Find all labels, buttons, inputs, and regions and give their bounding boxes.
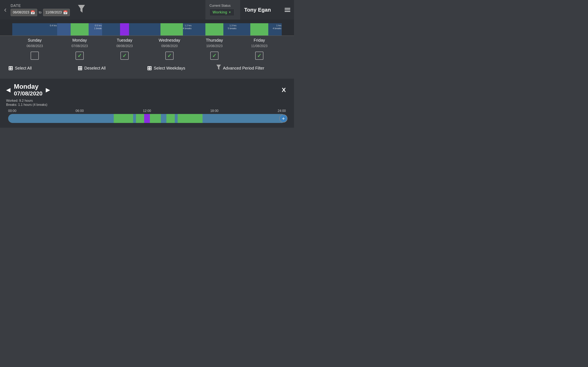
chart-label-4: 1.3 hrs 5 breaks xyxy=(228,24,236,30)
detail-header: ◀ Monday 07/08/2020 ▶ X xyxy=(4,79,290,99)
timeline-segment-10 xyxy=(203,114,286,123)
chart-day-0: 0.4 hrs xyxy=(12,23,57,35)
timeline-label-4: 24:00 xyxy=(278,109,286,113)
select-all-icon: ⊞ xyxy=(8,65,13,72)
timeline-segment-1 xyxy=(114,114,133,123)
detail-nav: ◀ Monday 07/08/2020 ▶ xyxy=(6,83,50,97)
chart-day-2 xyxy=(102,23,147,35)
timeline-segment-9 xyxy=(178,114,203,123)
day-checkbox-5[interactable]: ✓ xyxy=(255,52,263,60)
day-name-4: Thursday xyxy=(206,38,223,43)
to-date-input[interactable]: 11/08/2023 📅 xyxy=(43,9,70,16)
day-col-1: Monday07/08/2023✓ xyxy=(57,38,102,60)
advanced-filter-label: Advanced Period Filter xyxy=(223,66,264,71)
day-name-3: Wednesday xyxy=(159,38,180,43)
day-checkbox-1[interactable]: ✓ xyxy=(76,52,84,60)
next-day-button[interactable]: ▶ xyxy=(46,86,50,93)
select-weekdays-button[interactable]: ⊞ Select Weekdays xyxy=(147,65,216,72)
advanced-filter-icon xyxy=(216,65,221,72)
current-status-label: Current Status xyxy=(209,4,231,8)
timeline-segment-3 xyxy=(136,114,144,123)
buttons-row: ⊞ Select All ⊞ Deselect All ⊞ Select Wee… xyxy=(0,60,294,77)
timeline-segment-2 xyxy=(133,114,136,123)
close-detail-button[interactable]: X xyxy=(280,86,288,93)
day-col-0: Sunday06/08/2023 xyxy=(12,38,57,60)
select-weekdays-label: Select Weekdays xyxy=(154,66,185,71)
deselect-all-button[interactable]: ⊞ Deselect All xyxy=(78,65,147,72)
chart-day-4: 1.3 hrs 5 breaks xyxy=(192,23,237,35)
timeline-wrapper: + xyxy=(8,114,286,123)
hamburger-icon xyxy=(285,8,290,12)
status-badge[interactable]: Working ▼ xyxy=(209,9,234,16)
worked-info: Worked: 9.2 hours xyxy=(6,99,288,103)
day-col-5: Friday11/08/2023✓ xyxy=(237,38,282,60)
breaks-info: Breaks: 1.1 hours (4 breaks) xyxy=(6,103,288,107)
header: ‹ DATE 06/08/2023 📅 to 11/08/2023 📅 Curr… xyxy=(0,0,294,20)
timeline-section: 00:0006:0012:0018:0024:00 + xyxy=(4,109,290,127)
svg-marker-0 xyxy=(78,5,85,13)
from-date-input[interactable]: 06/08/2023 📅 xyxy=(11,9,37,16)
checkmark-3: ✓ xyxy=(167,53,172,59)
filter-icon[interactable] xyxy=(78,5,85,15)
checkmark-5: ✓ xyxy=(257,53,261,59)
deselect-all-label: Deselect All xyxy=(84,66,106,71)
select-all-button[interactable]: ⊞ Select All xyxy=(8,65,78,72)
day-date-2: 08/08/2023 xyxy=(116,44,133,48)
detail-day-name: Monday xyxy=(14,83,43,90)
back-button[interactable]: ‹ xyxy=(4,6,7,13)
timeline-segment-5 xyxy=(150,114,161,123)
day-name-2: Tuesday xyxy=(117,38,132,43)
timeline-labels: 00:0006:0012:0018:0024:00 xyxy=(8,109,286,114)
checkmark-1: ✓ xyxy=(77,53,82,59)
day-checkbox-3[interactable]: ✓ xyxy=(165,52,173,60)
day-date-5: 11/08/2023 xyxy=(251,44,268,48)
timeline-segment-8 xyxy=(175,114,178,123)
header-right: Current Status Working ▼ Tony Egan xyxy=(205,0,294,20)
day-date-1: 07/08/2023 xyxy=(71,44,88,48)
days-section: Sunday06/08/2023Monday07/08/2023✓Tuesday… xyxy=(0,38,294,60)
status-text: Working xyxy=(213,10,227,15)
detail-panel: ◀ Monday 07/08/2020 ▶ X Worked: 9.2 hour… xyxy=(0,79,294,128)
to-label: to xyxy=(39,11,42,14)
day-col-4: Thursday10/08/2023✓ xyxy=(192,38,237,60)
checkmark-4: ✓ xyxy=(212,53,217,59)
timeline-bar xyxy=(8,114,286,123)
current-status-section: Current Status Working ▼ xyxy=(205,0,240,20)
chart-label-5: 1 hrs 4 breaks xyxy=(273,24,281,30)
timeline-segment-6 xyxy=(161,114,166,123)
detail-day-date: 07/08/2020 xyxy=(14,90,43,97)
day-date-0: 06/08/2023 xyxy=(26,44,43,48)
chart-label-1: 0.5 hrs 1 break xyxy=(94,24,102,30)
day-checkbox-4[interactable]: ✓ xyxy=(210,52,218,60)
timeline-segment-4 xyxy=(144,114,150,123)
timeline-label-3: 18:00 xyxy=(210,109,218,113)
date-label: DATE xyxy=(11,4,21,8)
chart-label-0: 0.4 hrs xyxy=(50,24,57,27)
svg-marker-1 xyxy=(216,65,221,70)
day-col-2: Tuesday08/08/2023✓ xyxy=(102,38,147,60)
detail-day-info: Monday 07/08/2020 xyxy=(14,83,43,97)
status-dropdown-arrow: ▼ xyxy=(228,11,231,14)
day-name-5: Friday xyxy=(254,38,265,43)
day-name-0: Sunday xyxy=(28,38,42,43)
chart-section: 0.4 hrs0.5 hrs 1 break1.2 hrs 4 breaks1.… xyxy=(0,20,294,36)
prev-day-button[interactable]: ◀ xyxy=(6,86,11,93)
from-calendar-icon[interactable]: 📅 xyxy=(30,10,35,15)
detail-info: Worked: 9.2 hours Breaks: 1.1 hours (4 b… xyxy=(4,99,290,109)
select-weekdays-icon: ⊞ xyxy=(147,65,152,72)
to-calendar-icon[interactable]: 📅 xyxy=(63,10,68,15)
chart-label-3: 1.2 hrs 4 breaks xyxy=(183,24,191,30)
hamburger-menu-button[interactable] xyxy=(281,0,294,20)
chart-day-1: 0.5 hrs 1 break xyxy=(57,23,102,35)
day-col-3: Wednesday09/08/2020✓ xyxy=(147,38,192,60)
chart-day-5: 1 hrs 4 breaks xyxy=(237,23,282,35)
chart-day-3: 1.2 hrs 4 breaks xyxy=(147,23,192,35)
advanced-filter-button[interactable]: Advanced Period Filter xyxy=(216,65,286,72)
select-all-label: Select All xyxy=(15,66,32,71)
timeline-add-button[interactable]: + xyxy=(279,114,287,123)
day-checkbox-2[interactable]: ✓ xyxy=(121,52,129,60)
day-checkbox-0[interactable] xyxy=(31,52,39,60)
timeline-segment-7 xyxy=(166,114,175,123)
user-name-section: Tony Egan xyxy=(240,0,281,20)
timeline-segment-0 xyxy=(8,114,114,123)
